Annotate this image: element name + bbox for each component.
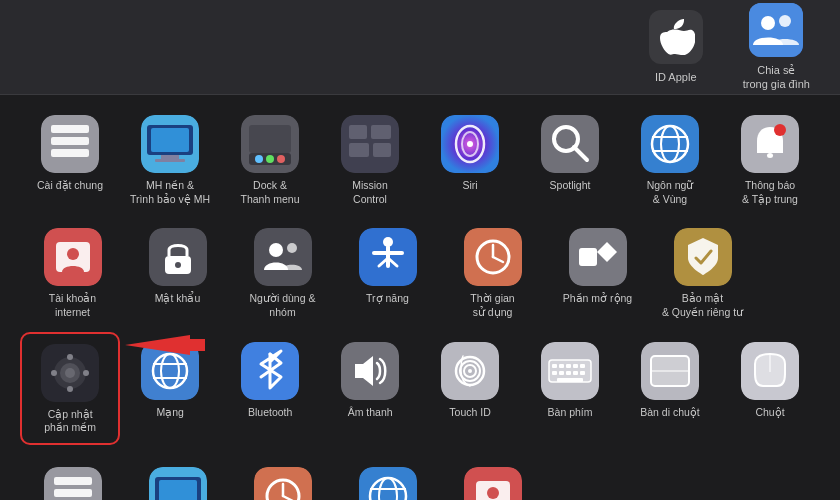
desktop-label: MH nền &Trình bảo vệ MH — [130, 179, 210, 206]
siri-icon — [441, 115, 499, 173]
svg-rect-96 — [557, 378, 583, 382]
svg-rect-45 — [254, 228, 312, 286]
svg-rect-91 — [552, 371, 557, 375]
bottom-icon-3 — [359, 467, 417, 500]
apple-id-item[interactable]: ID Apple — [649, 10, 703, 84]
general-label: Cài đặt chung — [37, 179, 103, 193]
grid-item-accounts[interactable]: Tài khoảninternet — [20, 218, 125, 327]
svg-point-65 — [65, 368, 75, 378]
svg-rect-89 — [573, 364, 578, 368]
bottom-icon-0 — [44, 467, 102, 500]
bottom-item-2[interactable] — [230, 459, 335, 500]
svg-point-125 — [487, 487, 499, 499]
screentime-label: Thời giansử dụng — [470, 292, 514, 319]
grid-item-mission[interactable]: MissionControl — [320, 105, 420, 214]
software-icon — [41, 344, 99, 402]
grid-item-language[interactable]: Ngôn ngữ& Vùng — [620, 105, 720, 214]
svg-rect-7 — [51, 149, 89, 157]
password-icon — [149, 228, 207, 286]
svg-point-82 — [468, 369, 472, 373]
spotlight-icon — [541, 115, 599, 173]
grid-item-general[interactable]: Cài đặt chung — [20, 105, 120, 214]
dock-icon — [241, 115, 299, 173]
grid-item-keyboard[interactable]: Bàn phím — [520, 332, 620, 445]
svg-rect-20 — [349, 125, 367, 139]
svg-rect-23 — [373, 143, 391, 157]
grid-item-dock[interactable]: Dock &Thanh menu — [220, 105, 320, 214]
svg-point-16 — [255, 155, 263, 163]
svg-rect-10 — [151, 128, 189, 152]
keyboard-icon — [541, 342, 599, 400]
svg-point-41 — [67, 248, 79, 260]
svg-rect-86 — [552, 364, 557, 368]
grid-item-users[interactable]: Người dùng &nhóm — [230, 218, 335, 327]
grid-item-bluetooth[interactable]: Bluetooth — [220, 332, 320, 445]
grid-item-software[interactable]: Cập nhậtphần mềm — [20, 332, 120, 445]
grid-item-extensions[interactable]: Phần mở rộng — [545, 218, 650, 327]
notif-label: Thông báo& Tập trung — [742, 179, 798, 206]
svg-rect-90 — [580, 364, 585, 368]
bottom-item-4[interactable] — [440, 459, 545, 500]
trackpad-label: Bàn di chuột — [640, 406, 700, 420]
bottom-row — [0, 459, 840, 500]
bottom-item-1[interactable] — [125, 459, 230, 500]
top-bar: ID Apple Chia sẻtrong gia đình — [0, 0, 840, 95]
bottom-icon-2 — [254, 467, 312, 500]
svg-rect-70 — [141, 342, 199, 400]
svg-rect-88 — [566, 364, 571, 368]
grid-item-touchid[interactable]: Touch ID — [420, 332, 520, 445]
accessibility-label: Trợ năng — [366, 292, 409, 306]
settings-grid: Cài đặt chungMH nền &Trình bảo vệ MHDock… — [0, 95, 840, 459]
desktop-icon — [141, 115, 199, 173]
grid-item-screentime[interactable]: Thời giansử dụng — [440, 218, 545, 327]
svg-point-46 — [269, 243, 283, 257]
svg-rect-106 — [54, 477, 92, 485]
grid-item-network[interactable]: Mạng — [120, 332, 220, 445]
bottom-icon-1 — [149, 467, 207, 500]
users-label: Người dùng &nhóm — [250, 292, 316, 319]
svg-rect-11 — [161, 155, 179, 159]
svg-rect-60 — [579, 248, 597, 266]
mission-icon — [341, 115, 399, 173]
mouse-label: Chuột — [755, 406, 784, 420]
grid-item-sound[interactable]: Âm thanh — [320, 332, 420, 445]
family-sharing-item[interactable]: Chia sẻtrong gia đình — [743, 3, 810, 92]
trackpad-icon — [641, 342, 699, 400]
grid-item-desktop[interactable]: MH nền &Trình bảo vệ MH — [120, 105, 220, 214]
svg-point-18 — [277, 155, 285, 163]
grid-item-siri[interactable]: Siri — [420, 105, 520, 214]
siri-label: Siri — [462, 179, 477, 193]
grid-row-2: Tài khoảninternetMật khẩuNgười dùng &nhó… — [20, 218, 820, 327]
security-label: Bảo mật& Quyền riêng tư — [662, 292, 743, 319]
svg-rect-14 — [249, 125, 291, 153]
grid-item-trackpad[interactable]: Bàn di chuột — [620, 332, 720, 445]
grid-item-spotlight[interactable]: Spotlight — [520, 105, 620, 214]
bottom-item-0[interactable] — [20, 459, 125, 500]
grid-item-notif[interactable]: Thông báo& Tập trung — [720, 105, 820, 214]
security-icon — [674, 228, 732, 286]
bottom-item-3[interactable] — [335, 459, 440, 500]
touchid-icon — [441, 342, 499, 400]
svg-rect-94 — [573, 371, 578, 375]
sound-label: Âm thanh — [348, 406, 393, 420]
svg-rect-37 — [767, 153, 773, 158]
grid-item-security[interactable]: Bảo mật& Quyền riêng tư — [650, 218, 755, 327]
svg-rect-6 — [51, 137, 89, 145]
grid-item-password[interactable]: Mật khẩu — [125, 218, 230, 327]
bluetooth-label: Bluetooth — [248, 406, 292, 420]
svg-point-44 — [175, 262, 181, 268]
language-label: Ngôn ngữ& Vùng — [647, 179, 694, 206]
users-icon — [254, 228, 312, 286]
grid-item-accessibility[interactable]: Trợ năng — [335, 218, 440, 327]
password-label: Mật khẩu — [155, 292, 201, 306]
svg-point-66 — [67, 354, 73, 360]
svg-rect-5 — [51, 125, 89, 133]
network-icon — [141, 342, 199, 400]
accessibility-icon — [359, 228, 417, 286]
language-icon — [641, 115, 699, 173]
svg-point-3 — [779, 15, 791, 27]
grid-item-mouse[interactable]: Chuột — [720, 332, 820, 445]
apple-id-icon — [649, 10, 703, 64]
svg-rect-87 — [559, 364, 564, 368]
accounts-label: Tài khoảninternet — [49, 292, 96, 319]
